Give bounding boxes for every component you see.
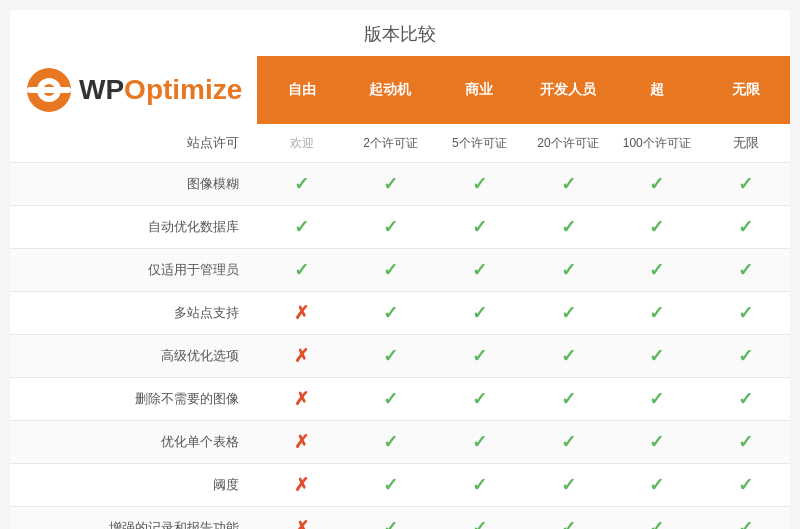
check-icon: ✓ [472, 389, 487, 409]
cell-4-2: ✓ [435, 292, 524, 335]
table-row: 图像模糊✓✓✓✓✓✓ [10, 163, 790, 206]
cell-6-4: ✓ [612, 378, 701, 421]
cell-2-2: ✓ [435, 206, 524, 249]
cell-1-0: ✓ [257, 163, 346, 206]
cell-0-5: 无限 [701, 124, 790, 163]
row-label: 删除不需要的图像 [10, 378, 257, 421]
check-icon: ✓ [472, 475, 487, 495]
header-plan-business: 商业 [435, 56, 524, 124]
header-plan-free: 自由 [257, 56, 346, 124]
license-label: 5个许可证 [452, 136, 507, 150]
cell-3-5: ✓ [701, 249, 790, 292]
check-icon: ✓ [383, 518, 398, 529]
cell-0-0: 欢迎 [257, 124, 346, 163]
cross-icon: ✗ [294, 346, 309, 366]
header-plan-starter: 起动机 [346, 56, 435, 124]
cell-4-1: ✓ [346, 292, 435, 335]
check-icon: ✓ [738, 217, 753, 237]
check-icon: ✓ [738, 260, 753, 280]
cross-icon: ✗ [294, 389, 309, 409]
header-plan-super: 超 [612, 56, 701, 124]
check-icon: ✓ [383, 389, 398, 409]
cell-2-5: ✓ [701, 206, 790, 249]
row-label: 优化单个表格 [10, 421, 257, 464]
license-label: 2个许可证 [363, 136, 418, 150]
cell-4-0: ✗ [257, 292, 346, 335]
header-plan-unlimited: 无限 [701, 56, 790, 124]
logo-container: WPOptimize [25, 66, 242, 114]
cell-8-3: ✓ [524, 464, 613, 507]
cell-8-4: ✓ [612, 464, 701, 507]
check-icon: ✓ [294, 260, 309, 280]
cell-2-3: ✓ [524, 206, 613, 249]
cell-8-0: ✗ [257, 464, 346, 507]
comparison-table: WPOptimize 自由 起动机 商业 开发人员 超 无限 站点许可欢迎2个许… [10, 56, 790, 529]
table-row: 高级优化选项✗✓✓✓✓✓ [10, 335, 790, 378]
cross-icon: ✗ [294, 518, 309, 529]
cell-6-3: ✓ [524, 378, 613, 421]
table-row: 仅适用于管理员✓✓✓✓✓✓ [10, 249, 790, 292]
check-icon: ✓ [561, 432, 576, 452]
cell-6-1: ✓ [346, 378, 435, 421]
check-icon: ✓ [472, 303, 487, 323]
cell-8-2: ✓ [435, 464, 524, 507]
check-icon: ✓ [472, 518, 487, 529]
cell-0-4: 100个许可证 [612, 124, 701, 163]
cross-icon: ✗ [294, 432, 309, 452]
license-label: 100个许可证 [623, 136, 691, 150]
row-label: 阈度 [10, 464, 257, 507]
logo-text: WPOptimize [79, 74, 242, 106]
license-label: 20个许可证 [537, 136, 598, 150]
cell-1-5: ✓ [701, 163, 790, 206]
check-icon: ✓ [649, 217, 664, 237]
cell-4-5: ✓ [701, 292, 790, 335]
cell-2-1: ✓ [346, 206, 435, 249]
cell-5-5: ✓ [701, 335, 790, 378]
cell-5-2: ✓ [435, 335, 524, 378]
header-plan-developer: 开发人员 [524, 56, 613, 124]
check-icon: ✓ [738, 475, 753, 495]
check-icon: ✓ [649, 389, 664, 409]
table-row: 增强的记录和报告功能✗✓✓✓✓✓ [10, 507, 790, 530]
check-icon: ✓ [649, 432, 664, 452]
row-label: 站点许可 [10, 124, 257, 163]
page-title: 版本比较 [10, 10, 790, 56]
check-icon: ✓ [383, 475, 398, 495]
row-label: 增强的记录和报告功能 [10, 507, 257, 530]
cell-7-1: ✓ [346, 421, 435, 464]
check-icon: ✓ [561, 217, 576, 237]
table-row: 删除不需要的图像✗✓✓✓✓✓ [10, 378, 790, 421]
logo-wp: WP [79, 74, 124, 105]
cross-icon: ✗ [294, 475, 309, 495]
row-label: 图像模糊 [10, 163, 257, 206]
cell-7-2: ✓ [435, 421, 524, 464]
cell-5-3: ✓ [524, 335, 613, 378]
check-icon: ✓ [738, 432, 753, 452]
table-row: 优化单个表格✗✓✓✓✓✓ [10, 421, 790, 464]
row-label: 多站点支持 [10, 292, 257, 335]
check-icon: ✓ [472, 260, 487, 280]
cell-2-0: ✓ [257, 206, 346, 249]
cell-9-4: ✓ [612, 507, 701, 530]
cell-3-0: ✓ [257, 249, 346, 292]
check-icon: ✓ [561, 346, 576, 366]
check-icon: ✓ [383, 217, 398, 237]
page-wrapper: 版本比较 WPOptimize [10, 10, 790, 529]
check-icon: ✓ [472, 174, 487, 194]
check-icon: ✓ [649, 346, 664, 366]
cell-9-3: ✓ [524, 507, 613, 530]
cell-4-3: ✓ [524, 292, 613, 335]
svg-rect-3 [27, 87, 71, 93]
check-icon: ✓ [472, 432, 487, 452]
check-icon: ✓ [561, 260, 576, 280]
cell-6-2: ✓ [435, 378, 524, 421]
cell-4-4: ✓ [612, 292, 701, 335]
cross-icon: ✗ [294, 303, 309, 323]
check-icon: ✓ [649, 303, 664, 323]
cell-1-3: ✓ [524, 163, 613, 206]
check-icon: ✓ [561, 475, 576, 495]
wp-optimize-icon [25, 66, 73, 114]
cell-3-4: ✓ [612, 249, 701, 292]
check-icon: ✓ [649, 174, 664, 194]
check-icon: ✓ [383, 303, 398, 323]
